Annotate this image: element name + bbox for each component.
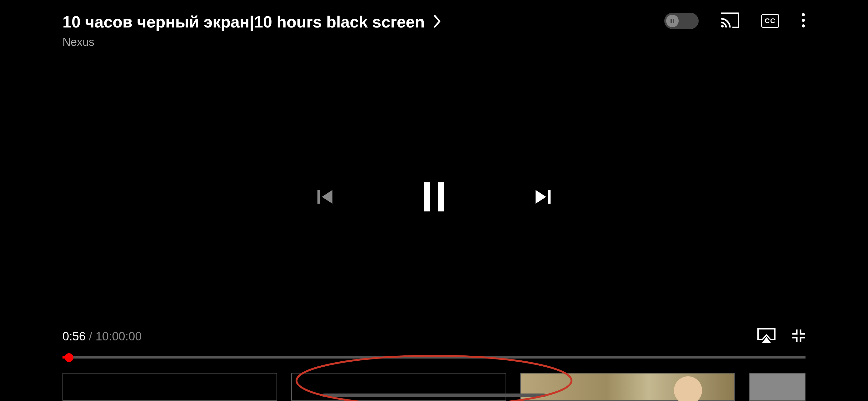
video-title: 10 часов черный экран|10 hours black scr…: [62, 12, 425, 31]
svg-point-2: [721, 25, 724, 28]
chevron-right-icon: [433, 14, 441, 29]
current-time: 0:56: [62, 330, 86, 343]
progress-bar[interactable]: [62, 356, 806, 359]
exit-fullscreen-button[interactable]: [792, 329, 806, 344]
thumbnail-4[interactable]: [749, 373, 806, 401]
time-separator: /: [89, 330, 96, 343]
more-options-button[interactable]: [801, 12, 806, 29]
total-time: 10:00:00: [96, 330, 142, 343]
svg-rect-8: [438, 182, 444, 211]
title-row[interactable]: 10 часов черный экран|10 hours black scr…: [62, 12, 441, 31]
svg-rect-9: [548, 190, 551, 204]
svg-rect-1: [673, 19, 674, 23]
center-controls: [316, 182, 552, 213]
home-indicator[interactable]: [322, 394, 546, 397]
airplay-icon: [757, 328, 776, 345]
autoplay-toggle[interactable]: [664, 13, 699, 29]
time-display: 0:56 / 10:00:00: [62, 330, 142, 343]
bottom-controls: 0:56 / 10:00:00: [62, 328, 806, 401]
thumbnail-1[interactable]: [62, 373, 277, 401]
vertical-dots-icon: [801, 12, 806, 29]
pause-icon: [420, 182, 448, 213]
skip-previous-icon: [316, 187, 336, 208]
captions-button[interactable]: CC: [761, 14, 779, 28]
skip-next-icon: [532, 187, 552, 208]
cc-icon: CC: [761, 14, 779, 28]
svg-point-3: [802, 13, 805, 16]
svg-rect-7: [424, 182, 430, 211]
cast-icon: [720, 12, 739, 29]
airplay-button[interactable]: [757, 328, 776, 345]
next-button[interactable]: [532, 187, 552, 208]
svg-point-5: [802, 24, 805, 28]
player-header: 10 часов черный экран|10 hours black scr…: [62, 12, 806, 49]
header-actions: CC: [664, 12, 806, 29]
svg-rect-6: [317, 190, 320, 204]
channel-name[interactable]: Nexus: [62, 36, 441, 49]
title-area: 10 часов черный экран|10 hours black scr…: [62, 12, 441, 49]
svg-point-4: [802, 19, 805, 22]
svg-rect-0: [671, 19, 672, 23]
autoplay-knob-pause-icon: [666, 15, 679, 27]
progress-thumb[interactable]: [65, 353, 73, 362]
bottom-right-icons: [757, 328, 806, 345]
previous-button[interactable]: [316, 187, 336, 208]
time-row: 0:56 / 10:00:00: [62, 328, 806, 345]
thumbnail-3[interactable]: [520, 373, 735, 401]
exit-fullscreen-icon: [792, 329, 806, 344]
pause-button[interactable]: [420, 182, 448, 213]
cast-button[interactable]: [720, 12, 739, 29]
